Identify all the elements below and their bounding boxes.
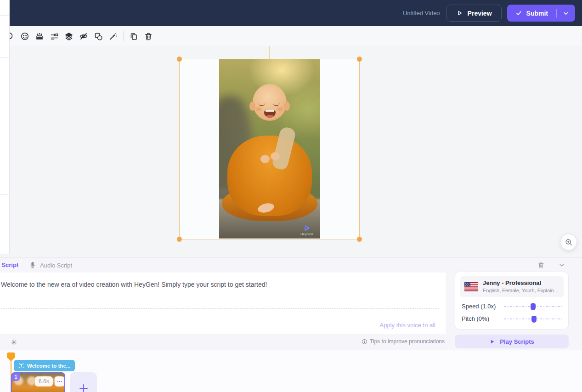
- submit-label: Submit: [526, 10, 548, 17]
- heygen-editor: Untitled Video Preview Submit: [0, 0, 582, 392]
- audio-script-label: Audio Script: [40, 262, 72, 269]
- emoji-icon[interactable]: [17, 29, 32, 44]
- duplicate-icon[interactable]: [126, 29, 141, 44]
- cropped-side-panel: [0, 0, 10, 254]
- heygen-logo-icon: [303, 224, 311, 232]
- play-scripts-button[interactable]: Play Scripts: [455, 335, 569, 348]
- voice-selector[interactable]: Jenny - Professional English, Female, Yo…: [460, 276, 564, 297]
- art-shape: [271, 152, 280, 160]
- animations-icon[interactable]: [47, 29, 62, 44]
- play-scripts-label: Play Scripts: [500, 338, 534, 345]
- timeline: Welcome to the... 1 6.6s ···: [0, 350, 582, 392]
- panel-divider: [0, 15, 9, 16]
- toolbar-separator: [123, 31, 124, 41]
- microphone-icon: [29, 261, 36, 269]
- gpt-assistant-icon[interactable]: ✳: [7, 336, 20, 349]
- voice-traits: English, Female, Youth, Explain...: [483, 287, 558, 294]
- voice-name: Jenny - Professional: [483, 279, 558, 287]
- layers-icon[interactable]: [62, 29, 76, 44]
- art-shape: [277, 107, 283, 111]
- pitch-slider-thumb[interactable]: [531, 316, 537, 323]
- clip-index-badge: 1: [12, 373, 20, 381]
- top-navbar: Untitled Video Preview Submit: [10, 0, 582, 26]
- submit-dropdown[interactable]: [557, 5, 575, 22]
- playhead[interactable]: [7, 352, 15, 361]
- us-flag-icon: [464, 282, 478, 291]
- selection-box: HeyGen: [179, 59, 360, 239]
- panel-divider: [0, 194, 9, 195]
- element-toolbar: [10, 26, 582, 46]
- hide-icon[interactable]: [76, 29, 91, 44]
- canvas-image[interactable]: HeyGen: [219, 59, 320, 239]
- speed-slider[interactable]: [504, 303, 562, 310]
- caption-label: Welcome to the...: [27, 363, 70, 369]
- art-shape: [256, 107, 262, 111]
- text-select-icon: [18, 363, 24, 369]
- art-shape: [260, 155, 270, 163]
- text-script-label: Text Script: [0, 258, 18, 273]
- watermark-label: HeyGen: [297, 233, 317, 236]
- plus-icon: [78, 383, 89, 392]
- speed-slider-thumb[interactable]: [531, 303, 536, 310]
- submit-button[interactable]: Submit: [507, 5, 575, 22]
- comment-icon-clipped[interactable]: [10, 32, 15, 41]
- speed-slider-row: Speed (1.0x): [455, 303, 568, 310]
- selection-handle-tr[interactable]: [357, 57, 362, 62]
- timeline-clip[interactable]: 1 6.6s ···: [11, 372, 65, 392]
- script-panel: Text Script Audio Script Welcome to the …: [0, 257, 582, 350]
- zoom-in-icon: [565, 238, 573, 246]
- scene-icon[interactable]: [32, 29, 47, 44]
- script-editor: Welcome to the new era of video creation…: [0, 273, 446, 334]
- play-outline-icon: [456, 10, 463, 17]
- script-panel-footer: ✳ Tips to improve pronunciations Play Sc…: [0, 334, 582, 351]
- speed-label: Speed (1.0x): [462, 303, 504, 310]
- art-shape: [249, 102, 255, 111]
- heygen-watermark: HeyGen: [297, 224, 317, 236]
- art-shape: [284, 102, 290, 111]
- tips-label: Tips to improve pronunciations: [370, 338, 445, 345]
- selection-handle-br[interactable]: [357, 237, 362, 242]
- add-scene-button[interactable]: [70, 372, 97, 392]
- play-icon: [489, 339, 495, 345]
- caption-chip[interactable]: Welcome to the...: [14, 360, 75, 371]
- clip-more-button[interactable]: ···: [55, 376, 65, 386]
- voice-panel: Jenny - Professional English, Female, Yo…: [455, 272, 569, 330]
- check-icon: [515, 10, 522, 17]
- pitch-label: Pitch (0%): [462, 315, 504, 322]
- video-title[interactable]: Untitled Video: [403, 10, 440, 17]
- submit-main[interactable]: Submit: [507, 5, 556, 22]
- chevron-down-icon: [563, 10, 569, 17]
- selection-handle-bl[interactable]: [177, 237, 182, 242]
- info-icon: [362, 339, 367, 345]
- shapes-icon[interactable]: [91, 29, 106, 44]
- script-divider: [1, 308, 439, 309]
- pronunciation-tips[interactable]: Tips to improve pronunciations: [362, 338, 445, 345]
- script-text-input[interactable]: Welcome to the new era of video creation…: [0, 273, 446, 289]
- selection-handle-tl[interactable]: [177, 57, 182, 62]
- canvas-zoom-button[interactable]: [561, 234, 576, 250]
- script-tabbar: Text Script Audio Script: [0, 258, 582, 273]
- apply-voice-link[interactable]: Apply this voice to all: [380, 322, 435, 329]
- pitch-slider[interactable]: [504, 316, 562, 322]
- clip-duration: 6.6s: [35, 376, 53, 386]
- panel-divider: [0, 57, 9, 58]
- preview-button[interactable]: Preview: [446, 5, 502, 22]
- collapse-panel-icon[interactable]: [558, 261, 565, 269]
- delete-script-icon[interactable]: [537, 261, 545, 269]
- preview-label: Preview: [468, 10, 492, 17]
- delete-icon[interactable]: [141, 29, 156, 44]
- selection-connector-line: [269, 46, 270, 59]
- tab-text-script[interactable]: Text Script: [0, 258, 18, 273]
- pitch-slider-row: Pitch (0%): [455, 315, 568, 322]
- tab-audio-script[interactable]: Audio Script: [29, 258, 72, 273]
- magic-wand-icon[interactable]: [106, 29, 120, 44]
